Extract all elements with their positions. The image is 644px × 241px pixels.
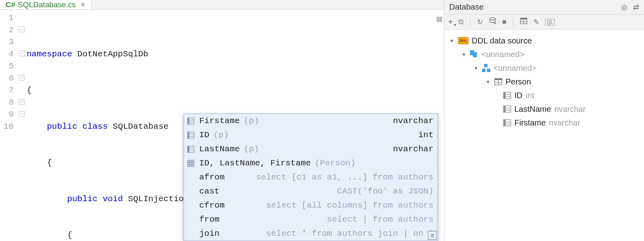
add-button[interactable]: +▾ xyxy=(448,18,453,26)
popup-item-hint: select | from authors xyxy=(327,214,433,226)
popup-item-name: cast xyxy=(199,185,219,198)
tree-label: Firstame xyxy=(514,118,546,128)
fold-toggle[interactable] xyxy=(19,99,25,105)
close-icon[interactable]: × xyxy=(80,0,85,9)
popup-item-name: from xyxy=(199,214,219,226)
column-icon xyxy=(503,91,511,99)
tree-label: Person xyxy=(506,77,531,87)
popup-item-alias: (p) xyxy=(213,129,229,141)
popup-item-alias: (Person) xyxy=(315,157,355,169)
popup-item[interactable]: LastName (p) nvarchar xyxy=(184,142,438,156)
csharp-icon: C# xyxy=(6,0,15,9)
line-number: 4 xyxy=(0,48,19,60)
popup-item[interactable]: ID (p) int xyxy=(184,128,438,142)
code-token: { xyxy=(27,86,32,95)
popup-item-type: nvarchar xyxy=(393,115,433,127)
pi-icon[interactable]: π xyxy=(428,231,437,240)
line-number: 3 xyxy=(0,36,19,48)
column-icon xyxy=(186,146,195,153)
tab-bar: C# SQLDatabase.cs × xyxy=(0,0,444,10)
table-view-button[interactable] xyxy=(520,17,528,27)
column-icon xyxy=(503,119,511,127)
fold-toggle[interactable] xyxy=(19,27,25,32)
tree-node-subschema[interactable]: ▾ <unnamed> xyxy=(447,61,642,75)
tree-type: int xyxy=(526,91,534,100)
chevron-down-icon[interactable]: ▾ xyxy=(460,51,467,58)
svg-point-18 xyxy=(490,18,495,20)
popup-item[interactable]: join select * from authors join | on | xyxy=(184,227,438,241)
code-token: { xyxy=(47,158,52,167)
line-number: 7 xyxy=(0,84,19,97)
edit-button[interactable]: ✎ xyxy=(533,18,539,27)
line-gutter: 1 2 3 4 5 6 7 8 9 10 xyxy=(0,10,19,241)
pause-icon: ▮▮ xyxy=(436,13,442,25)
ddl-icon: DDL xyxy=(458,37,469,44)
popup-item[interactable]: Firstame (p) nvarchar xyxy=(184,114,438,128)
code-token: { xyxy=(67,231,72,240)
tab-title: SQLDatabase.cs xyxy=(18,0,76,9)
chevron-down-icon[interactable]: ▾ xyxy=(473,65,479,71)
popup-item[interactable]: from select | from authors xyxy=(184,212,438,227)
database-tree[interactable]: ▾ DDL DDL data source ▾ <unnamed> ▾ <unn… xyxy=(444,30,644,241)
popup-item-name: ID xyxy=(199,129,209,141)
tree-node-table[interactable]: ▾ Person xyxy=(447,75,642,89)
popup-item-name: ID, LastName, Firstame xyxy=(199,157,311,169)
autocomplete-popup: Firstame (p) nvarchar ID (p) int LastNam… xyxy=(184,113,438,241)
code-token: namespace xyxy=(27,49,72,59)
chevron-down-icon[interactable]: ▾ xyxy=(448,37,455,44)
popup-item-alias: (p) xyxy=(244,115,259,127)
tree-label: DDL data source xyxy=(472,36,532,45)
settings-button[interactable] xyxy=(489,17,497,27)
fold-toggle[interactable] xyxy=(19,75,25,80)
tree-node-datasource[interactable]: ▾ DDL DDL data source xyxy=(447,34,642,47)
popup-item-type: int xyxy=(418,129,433,141)
tree-type: nvarchar xyxy=(549,118,580,128)
stop-button[interactable]: ■ xyxy=(502,18,507,26)
column-icon xyxy=(503,105,511,113)
editor-tab[interactable]: C# SQLDatabase.cs × xyxy=(0,0,91,9)
refresh-button[interactable]: ↻ xyxy=(477,18,483,27)
tree-node-column[interactable]: ID int xyxy=(447,89,642,102)
chevron-down-icon[interactable]: ▾ xyxy=(485,78,491,85)
popup-item[interactable]: afrom select [c1 as a1, ...] from author… xyxy=(184,170,438,184)
database-panel: Database ◎ ⇄ +▾ ⧉ ↻ ■ ✎ QL ▾ DDL DDL d xyxy=(444,0,644,241)
columns-icon xyxy=(186,160,195,167)
popup-item-hint: select [c1 as a1, ...] from authors xyxy=(256,171,433,183)
database-toolbar: +▾ ⧉ ↻ ■ ✎ QL xyxy=(444,14,644,30)
editor-body[interactable]: 1 2 3 4 5 6 7 8 9 10 ▮▮ namespace DotNe xyxy=(0,10,444,241)
target-icon[interactable]: ◎ xyxy=(621,3,627,12)
fold-column xyxy=(19,10,26,241)
popup-item[interactable]: cfrom select [all columns] from authors xyxy=(184,198,438,212)
line-number: 1 xyxy=(0,12,19,24)
popup-item-alias: (p) xyxy=(244,143,259,155)
popup-item-name: cfrom xyxy=(199,200,225,212)
fold-toggle[interactable] xyxy=(19,51,25,56)
editor-pane: C# SQLDatabase.cs × 1 2 3 4 5 6 7 8 9 10 xyxy=(0,0,444,241)
popup-item[interactable]: ID, LastName, Firstame (Person) xyxy=(184,156,438,170)
popup-item-hint: select * from authors join | on | xyxy=(266,228,433,240)
copy-button[interactable]: ⧉ xyxy=(458,18,464,26)
tree-type: nvarchar xyxy=(554,105,586,114)
column-icon xyxy=(186,132,195,139)
code-token: class xyxy=(77,122,108,131)
line-number: 5 xyxy=(0,60,19,72)
code-token: public xyxy=(47,122,77,131)
tree-node-column[interactable]: LastName nvarchar xyxy=(447,102,642,116)
structure-icon xyxy=(482,64,490,72)
database-title: Database xyxy=(449,2,484,12)
popup-item-hint: CAST('foo' as JSON) xyxy=(337,185,433,198)
tree-label: <unnamed> xyxy=(493,64,537,73)
line-number: 6 xyxy=(0,72,19,84)
split-icon[interactable]: ⇄ xyxy=(633,3,639,12)
database-header: Database ◎ ⇄ xyxy=(444,0,644,14)
popup-item[interactable]: cast CAST('foo' as JSON) xyxy=(184,184,438,198)
table-icon xyxy=(494,78,502,86)
fold-toggle[interactable] xyxy=(19,111,25,117)
popup-item-name: afrom xyxy=(199,171,225,183)
tree-node-schema[interactable]: ▾ <unnamed> xyxy=(447,47,642,61)
sql-console-button[interactable]: QL xyxy=(545,19,555,25)
line-number: 8 xyxy=(0,97,19,109)
popup-item-hint: select [all columns] from authors xyxy=(266,200,433,212)
schema-icon xyxy=(470,50,478,58)
tree-node-column[interactable]: Firstame nvarchar xyxy=(447,116,642,130)
